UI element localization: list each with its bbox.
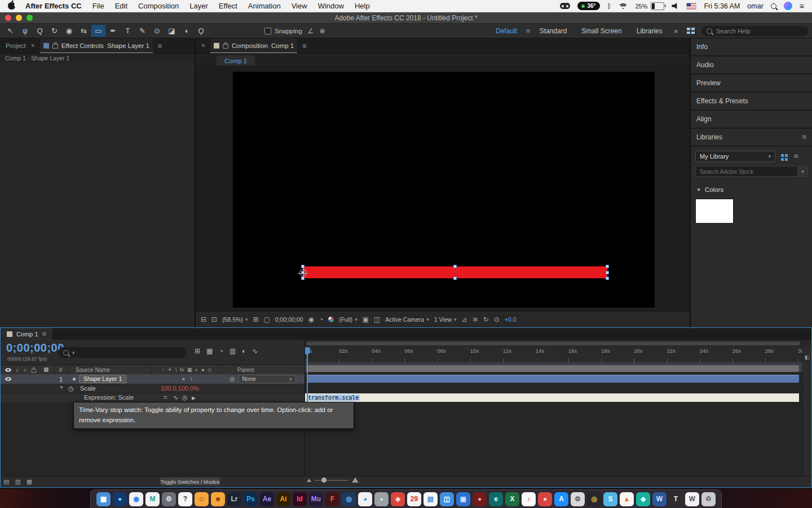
menubar-clock[interactable]: Fri 5:36 AM bbox=[704, 2, 740, 10]
video-column-icon[interactable] bbox=[5, 368, 11, 372]
snap-option-icon-1[interactable]: ∠ bbox=[308, 27, 314, 35]
rotation-tool[interactable]: ↻ bbox=[47, 25, 61, 37]
libraries-menu-icon[interactable]: ≡ bbox=[802, 129, 806, 146]
dock-icon[interactable]: T bbox=[669, 492, 683, 506]
zoom-tool[interactable]: Q bbox=[33, 25, 47, 37]
scale-property-label[interactable]: Scale bbox=[80, 385, 96, 392]
snap-option-icon-2[interactable]: ⊕ bbox=[319, 27, 325, 35]
workspace-standard[interactable]: Standard bbox=[540, 27, 567, 35]
dock-icon[interactable]: ▣ bbox=[456, 492, 470, 506]
expression-pickwhip-icon[interactable]: ◎ bbox=[182, 394, 188, 401]
dock-icon[interactable]: ◫ bbox=[440, 492, 454, 506]
source-name-column-header[interactable]: Source Name bbox=[67, 365, 152, 374]
panel-grid-icon[interactable] bbox=[687, 28, 695, 34]
expression-field[interactable]: transform.scale bbox=[305, 393, 799, 402]
layer-row[interactable]: 1 ★ Shape Layer 1 ☀\ ◎ None ▾ bbox=[1, 374, 304, 384]
dock-icon[interactable]: ♻ bbox=[701, 492, 716, 506]
expression-language-icon[interactable]: ▶ bbox=[192, 395, 196, 401]
dock-icon[interactable]: ▲ bbox=[620, 492, 634, 506]
close-window-button[interactable] bbox=[5, 15, 11, 21]
brush-tool[interactable]: ✎ bbox=[135, 25, 149, 37]
scale-value[interactable]: 100.0,100.0% bbox=[161, 385, 199, 392]
resolution-dropdown[interactable]: (Full) ▾ bbox=[339, 316, 357, 323]
dock-icon[interactable]: ☻ bbox=[211, 492, 225, 506]
dock-icon[interactable]: ▤ bbox=[423, 492, 438, 506]
dock-icon[interactable]: F bbox=[325, 492, 339, 506]
roto-brush-tool[interactable]: ◖ bbox=[179, 25, 193, 37]
grid-view-icon[interactable] bbox=[781, 154, 784, 157]
selection-handle[interactable] bbox=[606, 271, 609, 274]
comp-timecode[interactable]: 0;00;00;00 bbox=[275, 316, 303, 323]
composition-stage[interactable] bbox=[233, 72, 655, 308]
dock-icon[interactable]: ▦ bbox=[96, 492, 111, 506]
dock-icon[interactable]: ◎ bbox=[342, 492, 356, 506]
footer-icon-2[interactable]: ▥ bbox=[15, 478, 20, 485]
dock-icon[interactable]: ● bbox=[538, 492, 552, 506]
selection-handle[interactable] bbox=[453, 265, 457, 268]
spotlight-icon[interactable] bbox=[771, 3, 776, 9]
user-menu[interactable]: omar bbox=[747, 2, 763, 10]
timeline-option-icon[interactable]: ∿ bbox=[252, 347, 258, 355]
preview-monitor-icon[interactable]: ⊡ bbox=[211, 316, 217, 323]
workspace-overflow-chevron[interactable]: » bbox=[674, 27, 678, 35]
pan-behind-tool[interactable]: ⇆ bbox=[77, 25, 91, 37]
pen-tool[interactable]: ✒ bbox=[106, 25, 120, 37]
workspace-menu-icon[interactable]: ≡ bbox=[526, 27, 531, 35]
expression-enable-icon[interactable]: = bbox=[164, 394, 167, 401]
zoom-in-icon[interactable] bbox=[352, 478, 359, 483]
zoom-window-button[interactable] bbox=[27, 15, 33, 21]
type-tool[interactable]: T bbox=[121, 25, 135, 37]
panel-audio[interactable]: Audio bbox=[691, 56, 812, 75]
dock-icon[interactable]: e bbox=[489, 492, 503, 506]
dock-icon[interactable]: ☺ bbox=[195, 492, 209, 506]
switch-column-icon[interactable]: ◐ bbox=[195, 367, 198, 373]
timeline-option-icon[interactable]: ⊞ bbox=[195, 347, 200, 355]
menu-item[interactable]: Window bbox=[318, 2, 344, 10]
region-of-interest-icon[interactable]: ▣ bbox=[363, 316, 369, 323]
search-help-box[interactable]: Search Help bbox=[701, 26, 809, 36]
wifi-icon[interactable] bbox=[619, 3, 628, 10]
timeline-option-icon[interactable]: ▦ bbox=[206, 347, 213, 355]
zoom-slider[interactable] bbox=[315, 480, 348, 481]
current-time-indicator-line[interactable] bbox=[307, 355, 308, 402]
panel-menu-icon[interactable]: ≡ bbox=[42, 330, 47, 338]
selection-handle[interactable] bbox=[453, 277, 457, 280]
clone-stamp-tool[interactable]: ⊙ bbox=[150, 25, 164, 37]
magnification-dropdown[interactable]: (58.5%) ▾ bbox=[222, 316, 248, 323]
menu-item[interactable]: Layer bbox=[189, 2, 208, 10]
transparency-grid-icon[interactable]: ◫ bbox=[374, 316, 380, 323]
dock-icon[interactable]: M bbox=[145, 492, 160, 506]
selection-handle[interactable] bbox=[606, 265, 609, 268]
switch-column-icon[interactable]: \ bbox=[175, 367, 176, 373]
minimize-window-button[interactable] bbox=[16, 15, 22, 21]
panel-menu-icon[interactable]: ≡ bbox=[302, 42, 307, 50]
dock-icon[interactable]: W bbox=[685, 492, 699, 506]
temperature-badge[interactable]: 36° bbox=[577, 2, 599, 10]
parent-dropdown[interactable]: None ▾ bbox=[239, 375, 296, 383]
workspace-small-screen[interactable]: Small Screen bbox=[581, 27, 621, 35]
toggle-switches-modes-button[interactable]: Toggle Switches / Modes bbox=[160, 478, 220, 485]
menu-item[interactable]: Edit bbox=[115, 2, 127, 10]
color-swatch-white[interactable] bbox=[695, 199, 734, 224]
dock-icon[interactable]: S bbox=[603, 492, 617, 506]
mask-visibility-icon[interactable]: ▢ bbox=[263, 316, 270, 323]
snapping-toggle[interactable]: Snapping bbox=[264, 28, 302, 34]
menu-item[interactable]: Help bbox=[355, 2, 370, 10]
show-snapshot-icon[interactable]: ◔ bbox=[319, 316, 323, 323]
menu-item[interactable]: After Effects CC bbox=[25, 2, 82, 10]
switch-column-icon[interactable]: ▦ bbox=[187, 367, 192, 373]
always-preview-icon[interactable]: ⊟ bbox=[201, 316, 206, 323]
layer-switch-icon[interactable]: \ bbox=[191, 376, 192, 382]
composition-viewer[interactable] bbox=[196, 65, 690, 312]
adobe-stock-search[interactable]: Search Adobe Stock ▾ bbox=[695, 166, 808, 177]
dock-icon[interactable]: ● bbox=[113, 492, 127, 506]
dock-icon[interactable]: Ai bbox=[276, 492, 290, 506]
parent-pickwhip-icon[interactable]: ◎ bbox=[230, 375, 235, 383]
exposure-value[interactable]: +0.0 bbox=[505, 316, 517, 323]
zoom-out-icon[interactable] bbox=[307, 479, 311, 482]
timeline-option-icon[interactable]: ▥ bbox=[230, 347, 236, 355]
label-column-icon[interactable] bbox=[44, 367, 48, 372]
workspace-default[interactable]: Default bbox=[496, 27, 517, 35]
layer-switch-icon[interactable]: ☀ bbox=[181, 376, 186, 382]
pixel-aspect-icon[interactable]: ⊿ bbox=[462, 316, 467, 323]
